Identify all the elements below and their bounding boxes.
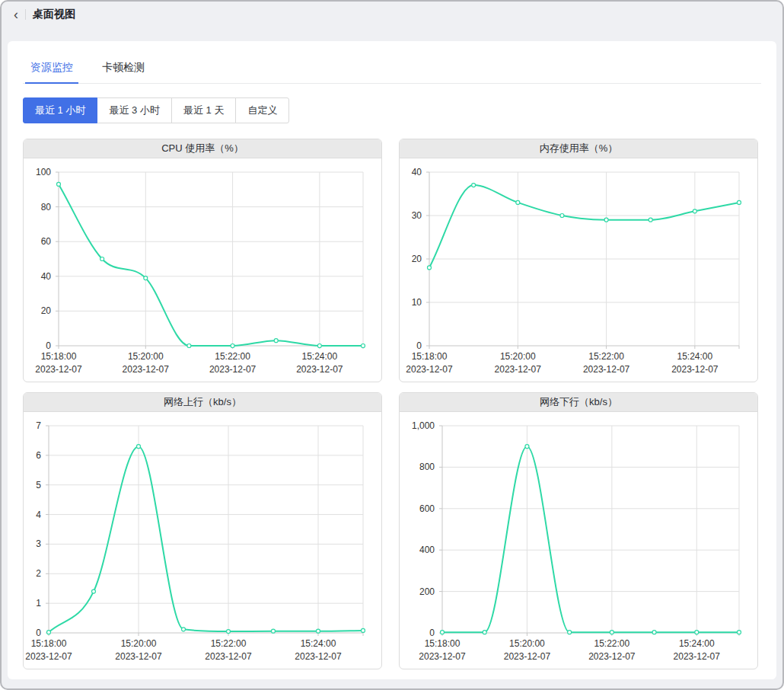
svg-text:4: 4 xyxy=(36,510,41,520)
svg-text:15:22:00: 15:22:00 xyxy=(588,351,624,362)
svg-text:15:24:00: 15:24:00 xyxy=(301,638,336,649)
svg-text:2023-12-07: 2023-12-07 xyxy=(296,364,343,375)
svg-text:15:18:00: 15:18:00 xyxy=(425,638,461,649)
svg-text:6: 6 xyxy=(36,450,41,461)
svg-text:10: 10 xyxy=(412,297,422,308)
network-download-chart-card: 网络下行（kb/s） 02004006008001,00015:18:00202… xyxy=(399,392,758,669)
svg-text:15:24:00: 15:24:00 xyxy=(301,351,337,362)
svg-text:15:22:00: 15:22:00 xyxy=(211,638,247,649)
svg-text:2023-12-07: 2023-12-07 xyxy=(123,364,170,375)
content-panel: 资源监控 卡顿检测 最近 1 小时 最近 3 小时 最近 1 天 自定义 CPU… xyxy=(8,41,776,679)
svg-text:0: 0 xyxy=(416,340,422,351)
svg-text:15:20:00: 15:20:00 xyxy=(121,638,157,649)
svg-text:1: 1 xyxy=(36,598,41,609)
network-upload-chart-title: 网络上行（kb/s） xyxy=(24,393,381,412)
tab-lag-detection[interactable]: 卡顿检测 xyxy=(102,61,145,83)
svg-text:600: 600 xyxy=(419,503,435,514)
svg-text:15:18:00: 15:18:00 xyxy=(412,351,448,362)
svg-text:2023-12-07: 2023-12-07 xyxy=(406,364,453,375)
network-upload-chart-canvas[interactable]: 0123456715:18:002023-12-0715:20:002023-1… xyxy=(24,412,381,669)
charts-grid: CPU 使用率（%） 02040608010015:18:002023-12-0… xyxy=(23,139,761,669)
svg-text:7: 7 xyxy=(36,420,41,431)
svg-text:15:20:00: 15:20:00 xyxy=(128,351,164,362)
network-download-chart-canvas[interactable]: 02004006008001,00015:18:002023-12-0715:2… xyxy=(400,412,757,669)
network-upload-chart-card: 网络上行（kb/s） 0123456715:18:002023-12-0715:… xyxy=(23,392,382,669)
svg-text:2023-12-07: 2023-12-07 xyxy=(35,364,82,375)
svg-text:200: 200 xyxy=(419,586,435,597)
svg-text:15:20:00: 15:20:00 xyxy=(500,351,536,362)
svg-text:2023-12-07: 2023-12-07 xyxy=(209,364,257,375)
memory-usage-chart-card: 内存使用率（%） 01020304015:18:002023-12-0715:2… xyxy=(399,139,758,382)
svg-text:40: 40 xyxy=(412,167,422,177)
svg-text:2023-12-07: 2023-12-07 xyxy=(674,651,721,662)
back-icon[interactable]: ‹ xyxy=(12,8,20,21)
svg-text:0: 0 xyxy=(36,628,41,638)
svg-text:2023-12-07: 2023-12-07 xyxy=(671,364,719,375)
svg-text:2023-12-07: 2023-12-07 xyxy=(295,651,342,662)
svg-text:60: 60 xyxy=(41,236,52,247)
svg-text:2023-12-07: 2023-12-07 xyxy=(588,651,636,662)
svg-text:2023-12-07: 2023-12-07 xyxy=(115,651,162,662)
memory-usage-chart-canvas[interactable]: 01020304015:18:002023-12-0715:20:002023-… xyxy=(400,158,757,382)
svg-text:40: 40 xyxy=(41,271,52,282)
cpu-usage-chart-canvas[interactable]: 02040608010015:18:002023-12-0715:20:0020… xyxy=(24,158,381,382)
svg-text:15:18:00: 15:18:00 xyxy=(31,638,67,649)
svg-text:2023-12-07: 2023-12-07 xyxy=(495,364,542,375)
svg-text:15:18:00: 15:18:00 xyxy=(41,351,77,362)
svg-text:15:20:00: 15:20:00 xyxy=(509,638,545,649)
tab-bar: 资源监控 卡顿检测 xyxy=(23,61,761,84)
svg-text:20: 20 xyxy=(412,254,422,264)
svg-text:15:24:00: 15:24:00 xyxy=(677,351,712,362)
svg-text:400: 400 xyxy=(419,545,435,555)
svg-text:3: 3 xyxy=(36,538,41,549)
top-header: ‹ 桌面视图 xyxy=(2,2,782,27)
time-range-segmented-control: 最近 1 小时 最近 3 小时 最近 1 天 自定义 xyxy=(23,97,289,123)
svg-text:1,000: 1,000 xyxy=(412,420,435,431)
tab-resource-monitor[interactable]: 资源监控 xyxy=(30,61,73,83)
svg-text:80: 80 xyxy=(41,202,52,212)
memory-usage-chart-title: 内存使用率（%） xyxy=(400,139,757,158)
network-download-chart-title: 网络下行（kb/s） xyxy=(400,393,757,412)
time-range-last-3-hours-button[interactable]: 最近 3 小时 xyxy=(97,97,171,123)
svg-text:2023-12-07: 2023-12-07 xyxy=(419,651,466,662)
svg-text:15:22:00: 15:22:00 xyxy=(215,351,250,362)
cpu-usage-chart-title: CPU 使用率（%） xyxy=(24,139,381,158)
svg-text:5: 5 xyxy=(36,480,41,490)
cpu-usage-chart-card: CPU 使用率（%） 02040608010015:18:002023-12-0… xyxy=(23,139,382,382)
svg-text:20: 20 xyxy=(41,305,52,316)
svg-text:30: 30 xyxy=(412,210,422,221)
svg-text:0: 0 xyxy=(46,340,51,351)
time-range-custom-button[interactable]: 自定义 xyxy=(235,97,289,123)
app-window: ‹ 桌面视图 资源监控 卡顿检测 最近 1 小时 最近 3 小时 最近 1 天 … xyxy=(0,0,784,690)
header-divider xyxy=(25,9,26,20)
svg-text:2023-12-07: 2023-12-07 xyxy=(504,651,551,662)
svg-text:15:24:00: 15:24:00 xyxy=(679,638,715,649)
page-title: 桌面视图 xyxy=(33,8,75,21)
svg-text:2023-12-07: 2023-12-07 xyxy=(25,651,72,662)
svg-text:2023-12-07: 2023-12-07 xyxy=(205,651,252,662)
svg-text:800: 800 xyxy=(419,462,435,472)
svg-text:15:22:00: 15:22:00 xyxy=(594,638,629,649)
svg-text:100: 100 xyxy=(36,167,51,177)
svg-text:0: 0 xyxy=(429,628,435,638)
time-range-last-1-hour-button[interactable]: 最近 1 小时 xyxy=(23,97,97,123)
svg-text:2023-12-07: 2023-12-07 xyxy=(583,364,630,375)
svg-text:2: 2 xyxy=(36,568,41,579)
time-range-last-1-day-button[interactable]: 最近 1 天 xyxy=(171,97,236,123)
